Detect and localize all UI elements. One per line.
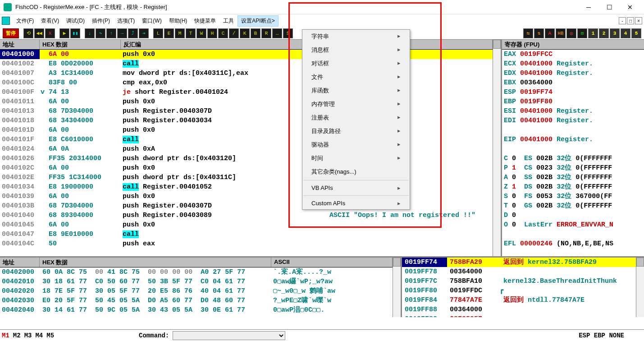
disasm-row[interactable]: 004010006A 00push 0x0 bbox=[0, 50, 493, 59]
tb-M-icon[interactable]: M bbox=[175, 28, 185, 38]
c-icon[interactable] bbox=[2, 17, 10, 25]
tb-B-icon[interactable]: B bbox=[251, 28, 260, 38]
tb-pause-icon[interactable]: ▮▮ bbox=[70, 28, 80, 38]
tb-play-icon[interactable]: ▶ bbox=[59, 28, 69, 38]
dump-pane[interactable]: 地址 HEX 数据 ASCII 0040200060 0A 8C 75 00 4… bbox=[0, 258, 393, 317]
tb-back-icon[interactable]: ◀◀ bbox=[34, 28, 44, 38]
stack-scrollbar[interactable] bbox=[636, 258, 644, 317]
disasm-row[interactable]: 0040100Fv74 13je short Register.00401024 bbox=[0, 88, 493, 97]
tb-stepover-icon[interactable]: ↷ bbox=[96, 28, 105, 38]
tb-L-icon[interactable]: L bbox=[153, 28, 163, 38]
tb-stepout-icon[interactable]: ↑ bbox=[106, 28, 116, 38]
tb-H-icon[interactable]: H bbox=[207, 28, 217, 38]
menu-查看(V)[interactable]: 查看(V) bbox=[37, 15, 63, 27]
ctx-库函数[interactable]: 库函数▸ bbox=[302, 84, 410, 97]
mdi-min-icon[interactable]: - bbox=[619, 17, 626, 24]
disasm-scrollbar[interactable] bbox=[493, 40, 501, 256]
reg-row[interactable]: EBP 0019FF80 bbox=[502, 97, 644, 106]
tb-s2-icon[interactable]: ⇅ bbox=[534, 28, 544, 38]
ctx-Custom APIs[interactable]: Custom APIs▸ bbox=[302, 197, 410, 209]
ctx-字符串[interactable]: 字符串▸ bbox=[302, 30, 410, 43]
disasm-row[interactable]: 0040104C50push eax bbox=[0, 239, 493, 249]
status-m3[interactable]: M3 bbox=[24, 332, 32, 339]
reg-row[interactable]: EDI 00401000 Register. bbox=[502, 116, 644, 125]
tb-run-icon[interactable]: → bbox=[117, 28, 127, 38]
tb-3-icon[interactable]: 3 bbox=[610, 28, 620, 38]
ctx-VB APIs[interactable]: VB APIs▸ bbox=[302, 182, 410, 194]
reg-row[interactable]: ESI 00401000 Register. bbox=[502, 106, 644, 116]
tb-dots-icon[interactable]: … bbox=[272, 28, 282, 38]
tb-5-icon[interactable]: 5 bbox=[631, 28, 641, 38]
ctx-时间[interactable]: 时间▸ bbox=[302, 152, 410, 165]
mdi-close-icon[interactable]: × bbox=[635, 17, 642, 24]
tb-T-icon[interactable]: T bbox=[186, 28, 196, 38]
ctx-内存管理[interactable]: 内存管理▸ bbox=[302, 97, 410, 111]
dump-row[interactable]: 0040200060 0A 8C 75 00 41 8C 75 00 00 00… bbox=[0, 267, 393, 277]
disasm-row[interactable]: 00401047E8 9E010000call bbox=[0, 230, 493, 239]
maximize-button[interactable]: ☐ bbox=[599, 0, 620, 14]
tb-A-icon[interactable]: A bbox=[545, 28, 555, 38]
tb-x-icon[interactable]: X bbox=[45, 28, 55, 38]
tb-rewind-icon[interactable]: ⟲ bbox=[23, 28, 33, 38]
stack-row[interactable]: 0019FF800019FFDC┏ bbox=[402, 286, 636, 295]
status-m5[interactable]: M5 bbox=[46, 332, 54, 339]
tb-2-icon[interactable]: 2 bbox=[599, 28, 609, 38]
ctx-文件[interactable]: 文件▸ bbox=[302, 70, 410, 84]
disasm-row[interactable]: 0040100C83F8 00cmp eax,0x0 bbox=[0, 78, 493, 88]
dump-scrollbar[interactable] bbox=[393, 258, 401, 317]
tb-stepinto-icon[interactable]: ↓ bbox=[85, 28, 95, 38]
disasm-row[interactable]: 0040104068 89304000push Register.0040308… bbox=[0, 211, 493, 220]
menu-文件(F)[interactable]: 文件(F) bbox=[13, 15, 37, 27]
flag-row[interactable]: O 0 LastErr ERROR_ENVVAR_N bbox=[502, 220, 644, 230]
disasm-row[interactable]: 004010116A 00push 0x0 bbox=[0, 97, 493, 106]
disasm-row[interactable]: 0040101368 7D304000push Register.0040307… bbox=[0, 106, 493, 116]
tb-W-icon[interactable]: W bbox=[196, 28, 206, 38]
reg-row[interactable]: ECX 00401000 Register. bbox=[502, 59, 644, 69]
tb-bin-icon[interactable]: ⊞ bbox=[577, 28, 587, 38]
tb-runuser-icon[interactable]: ⇥ bbox=[139, 28, 149, 38]
ctx-消息框[interactable]: 消息框▸ bbox=[302, 43, 410, 57]
menu-插件(P)[interactable]: 插件(P) bbox=[88, 15, 114, 27]
disasm-row[interactable]: 00401002E8 0D020000call bbox=[0, 59, 493, 69]
stack-row[interactable]: 0019FF8477847A7E 返回到 ntdll.77847A7E bbox=[402, 295, 636, 305]
close-button[interactable]: ✕ bbox=[620, 0, 640, 14]
disasm-row[interactable]: 0040103B68 7D304000push Register.0040307… bbox=[0, 201, 493, 211]
efl-row[interactable]: EFL 00000246 (NO,NB,E,BE,NS bbox=[502, 239, 644, 249]
menu-调试(D)[interactable]: 调试(D) bbox=[63, 15, 88, 27]
reg-row[interactable]: EAX 0019FFCC bbox=[502, 50, 644, 59]
reg-row[interactable]: ESP 0019FF74 bbox=[502, 88, 644, 97]
reg-row[interactable]: EIP 00401000 Register. bbox=[502, 135, 644, 144]
disasm-row[interactable]: 00401034E8 19000000call Register.0040105… bbox=[0, 182, 493, 192]
tb-R-icon[interactable]: R bbox=[261, 28, 271, 38]
menu-api-breakpoint[interactable]: 设置API断点> bbox=[238, 15, 278, 27]
minimize-button[interactable]: ─ bbox=[578, 0, 599, 14]
tb-s1-icon[interactable]: ⇆ bbox=[523, 28, 533, 38]
tb-4-icon[interactable]: 4 bbox=[621, 28, 630, 38]
disasm-row[interactable]: 00401007A3 1C314000mov dword ptr ds:[0x4… bbox=[0, 69, 493, 78]
reg-row[interactable] bbox=[502, 125, 644, 135]
ctx-注册表[interactable]: 注册表▸ bbox=[302, 111, 410, 124]
tb-HB-icon[interactable]: HB bbox=[556, 28, 566, 38]
tb-S-icon[interactable]: S bbox=[283, 28, 293, 38]
tb-runret-icon[interactable]: ⤴ bbox=[128, 28, 138, 38]
status-m2[interactable]: M2 bbox=[13, 332, 21, 339]
reg-row[interactable]: EBX 00364000 bbox=[502, 78, 644, 88]
stack-row[interactable]: 0019FF74758BFA29 返回到 kernel32.758BFA29 bbox=[402, 258, 636, 267]
status-m1[interactable]: M1 bbox=[2, 332, 9, 339]
disasm-row[interactable]: 0040101D6A 00push 0x0 bbox=[0, 125, 493, 135]
flag-row[interactable]: A 0 SS 002B 32位 0(FFFFFFF bbox=[502, 173, 644, 182]
disasm-row[interactable]: 0040101868 34304000push Register.0040303… bbox=[0, 116, 493, 125]
disasm-row[interactable]: 0040101FE8 C6010000call bbox=[0, 135, 493, 144]
stack-pane[interactable]: 0019FF74758BFA29 返回到 kernel32.758BFA2900… bbox=[401, 258, 644, 317]
tb-K-icon[interactable]: K bbox=[240, 28, 250, 38]
flag-row[interactable]: Z 1 DS 002B 32位 0(FFFFFFF bbox=[502, 182, 644, 192]
registers-pane[interactable]: 寄存器 (FPU) EAX 0019FFCCECX 00401000 Regis… bbox=[501, 40, 644, 256]
stack-row[interactable]: 0019FF8CC8F85957 bbox=[402, 314, 636, 317]
disasm-row[interactable]: 00401026FF35 20314000push dword ptr ds:[… bbox=[0, 154, 493, 163]
tb-1-icon[interactable]: 1 bbox=[588, 28, 598, 38]
ctx-目录及路径[interactable]: 目录及路径▸ bbox=[302, 124, 410, 138]
disassembly-pane[interactable]: 地址 HEX 数据 反汇编 004010006A 00push 0x000401… bbox=[0, 40, 493, 256]
menu-选项(T)[interactable]: 选项(T) bbox=[114, 15, 138, 27]
dump-row[interactable]: 00402030E0 20 5F 77 50 45 05 5A D0 A5 60… bbox=[0, 296, 393, 305]
flag-row[interactable]: S 0 FS 0053 32位 367000(FF bbox=[502, 192, 644, 201]
